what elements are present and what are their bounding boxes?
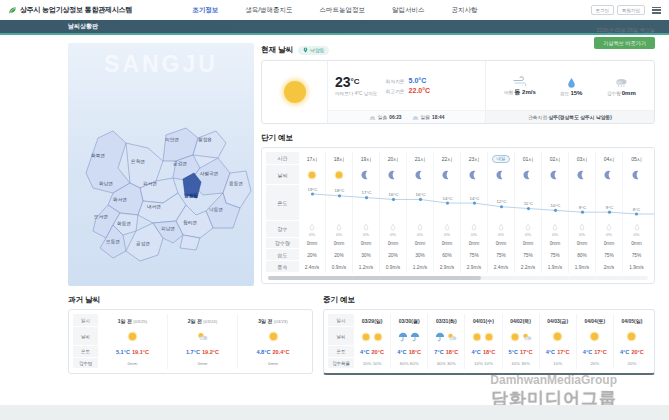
mid-temp-cell: 4°C18°C: [391, 346, 427, 358]
district-label-중동면[interactable]: 중동면: [229, 181, 243, 186]
wind-cell: 1.2m/s: [353, 261, 379, 273]
past-precip-cell: 0mm: [238, 358, 308, 369]
app-title: 상주시 농업기상정보 통합관제시스템: [20, 5, 132, 15]
svg-text:14°C: 14°C: [470, 196, 480, 201]
humidity-label: 습도: [560, 91, 569, 96]
mid-temp-cell: 4°C18°C: [465, 346, 501, 358]
past-precip-cell: 0mm: [168, 358, 237, 369]
nav-item-알림서비스[interactable]: 알림서비스: [392, 6, 425, 15]
district-label-내서면[interactable]: 내서면: [147, 204, 161, 209]
precip-amt-cell: 0mm: [542, 238, 568, 249]
weather-alert-button[interactable]: 기상특보 바로가기: [594, 37, 655, 49]
mid-day-column: 04/02(목)5°C17°C10% 30%: [503, 314, 540, 369]
mid-weather-icons: [540, 327, 576, 346]
nav-item-공지사항[interactable]: 공지사항: [452, 6, 478, 15]
location-pin-icon: [303, 47, 308, 53]
past-precip-cell: 0mm: [98, 358, 167, 369]
hour-cell: 03시: [569, 152, 595, 165]
district-label-남원동[interactable]: 남원동: [184, 193, 198, 198]
moon-icon: [596, 165, 622, 185]
humidity-drop-icon: [567, 77, 576, 88]
district-label-화북면[interactable]: 화북면: [91, 153, 105, 158]
wind-stat: 바람동 2m/s: [504, 74, 536, 97]
svg-text:19°C: 19°C: [308, 187, 318, 192]
district-label-외남면[interactable]: 외남면: [161, 226, 175, 231]
min-temp-value: 5.0°C: [409, 77, 427, 84]
svg-text:8°C: 8°C: [633, 207, 640, 212]
district-label-공성면[interactable]: 공성면: [136, 241, 150, 246]
mid-weather-icons: [503, 327, 539, 346]
district-label-외서면[interactable]: 외서면: [143, 181, 157, 186]
nav-item-조기정보[interactable]: 조기정보: [192, 6, 218, 15]
top-bar: 상주시 농업기상정보 통합관제시스템 조기정보생육/병해충지도스마트농업정보알림…: [0, 0, 669, 20]
past-weather-title: 과거 날씨: [68, 295, 313, 305]
district-label-화서면[interactable]: 화서면: [113, 197, 127, 202]
precip-amt-cell: 0mm: [407, 238, 433, 249]
sunrise-label: 일출: [378, 114, 388, 120]
district-label-사벌국면[interactable]: 사벌국면: [200, 171, 218, 176]
precip-value: 0mm: [622, 90, 636, 96]
mid-prob-cell: 10% 10%: [354, 358, 390, 369]
login-button[interactable]: 로그인: [591, 5, 615, 15]
district-label-모서면[interactable]: 모서면: [94, 214, 108, 219]
nav-item-생육/병해충지도[interactable]: 생육/병해충지도: [245, 6, 292, 15]
mid-row-labels: 일시 날씨 온도 강수확률: [328, 314, 354, 369]
mid-day-column: 03/29(일)4°C20°C10% 10%: [354, 314, 391, 369]
district-label-공검면[interactable]: 공검면: [173, 161, 187, 166]
mid-date-cell: 03/30(월): [391, 314, 427, 327]
district-label-화동면[interactable]: 화동면: [117, 221, 131, 226]
hour-cell: 20시: [380, 152, 406, 165]
hour-cell: 23시: [461, 152, 487, 165]
current-temperature: 23°C: [335, 75, 377, 89]
sun-icon: [98, 327, 167, 346]
hour-cell: 19시: [353, 152, 379, 165]
district-label-화남면[interactable]: 화남면: [99, 181, 113, 186]
mid-prob-cell: 10% 30%: [503, 358, 539, 369]
location-pill[interactable]: 낙양동: [298, 46, 329, 55]
page-title: 날씨상황판: [68, 22, 98, 31]
humidity-cell: 20%: [380, 249, 406, 261]
mid-temp-cell: 4°C20°C: [354, 346, 390, 358]
mid-weather-icons: [465, 327, 501, 346]
mid-date-cell: 04/04(토): [577, 314, 613, 327]
moon-icon: [623, 165, 650, 185]
hour-cell: 02시: [542, 152, 568, 165]
precip-amt-cell: 0mm: [596, 238, 622, 249]
signup-button[interactable]: 회원가입: [617, 5, 645, 15]
moon-icon: [353, 165, 379, 185]
mid-temp-cell: 7°C18°C: [428, 346, 464, 358]
wind-icon: [513, 76, 528, 86]
sunrise-time: 06:23: [389, 115, 401, 120]
wind-cell: 2.2m/s: [515, 261, 541, 273]
district-label-함창읍[interactable]: 함창읍: [198, 137, 212, 142]
hamburger-menu-icon[interactable]: [652, 7, 661, 14]
svg-text:16°C: 16°C: [416, 192, 426, 197]
moon-icon: [542, 165, 568, 185]
district-label-낙동면[interactable]: 낙동면: [209, 207, 223, 212]
past-day-column: 1일 전 (03/25)5.1°C19.1°C0mm: [98, 314, 168, 369]
district-label-모동면[interactable]: 모동면: [106, 239, 120, 244]
sun-icon: [284, 81, 306, 103]
sunset-icon: [412, 115, 419, 120]
district-label-은척면[interactable]: 은척면: [131, 159, 145, 164]
moon-icon: [488, 165, 514, 185]
mid-prob-cell: 20%: [614, 358, 650, 369]
main-nav: 조기정보생육/병해충지도스마트농업정보알림서비스공지사항: [192, 6, 477, 15]
precip-amt-cell: 0mm: [353, 238, 379, 249]
scrollbar-thumb[interactable]: [268, 276, 481, 280]
district-label-이안면[interactable]: 이안면: [165, 137, 179, 142]
nav-item-스마트농업정보[interactable]: 스마트농업정보: [320, 6, 366, 15]
sangju-district-map[interactable]: SANGJU: [68, 43, 254, 286]
sunset-time: 18:44: [432, 115, 444, 120]
app-logo[interactable]: 상주시 농업기상정보 통합관제시스템: [8, 5, 132, 15]
moon-icon: [380, 165, 406, 185]
district-label-청리면[interactable]: 청리면: [183, 220, 197, 225]
district-map-shapes: [68, 43, 254, 286]
wind-cell: 0.9m/s: [326, 261, 352, 273]
hour-cell: 내일: [488, 152, 514, 165]
svg-text:16°C: 16°C: [389, 192, 399, 197]
hour-cell: 17시: [299, 152, 325, 165]
sun-icon: [299, 165, 325, 185]
humidity-cell: 30%: [407, 249, 433, 261]
precip-amt-cell: 0mm: [569, 238, 595, 249]
